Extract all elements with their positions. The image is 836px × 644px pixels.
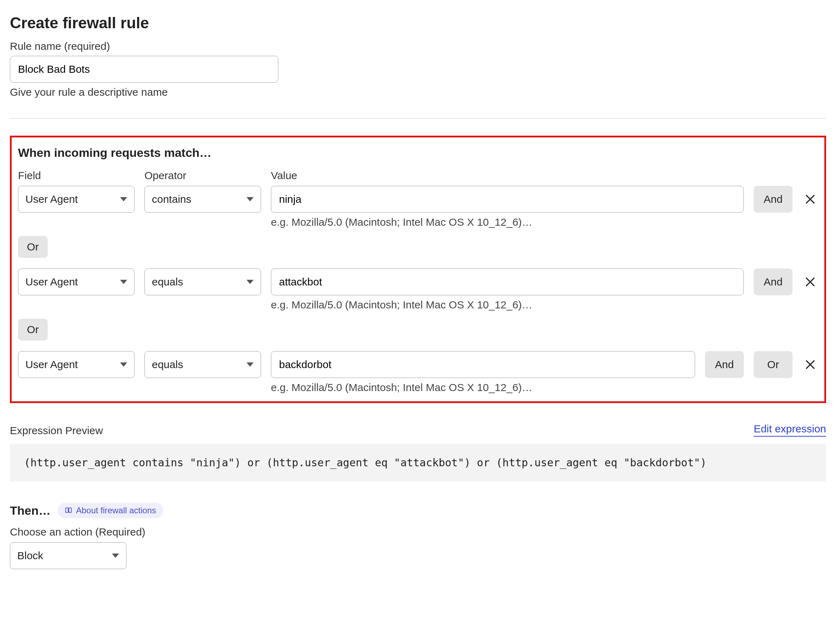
operator-select[interactable]: equals [144,268,261,295]
rule-name-label: Rule name (required) [10,40,826,52]
chevron-down-icon [247,197,253,201]
field-select[interactable]: User Agent [18,268,135,295]
or-button[interactable]: Or [18,236,48,258]
field-select[interactable]: User Agent [18,186,135,212]
operator-select[interactable]: contains [144,186,261,212]
action-select-value: Block [17,550,43,562]
rule-name-input[interactable] [10,56,278,83]
close-icon [805,276,816,288]
or-button-trailing[interactable]: Or [754,351,793,378]
close-icon [805,194,816,205]
svg-rect-1 [69,508,71,513]
value-input[interactable] [271,268,744,295]
field-select[interactable]: User Agent [18,351,135,378]
svg-rect-0 [66,508,68,513]
field-select-value: User Agent [25,193,78,205]
remove-row-button[interactable] [802,357,818,372]
value-example-hint: e.g. Mozilla/5.0 (Macintosh; Intel Mac O… [18,216,818,228]
match-title: When incoming requests match… [18,146,818,160]
match-column-headers: Field Operator Value [18,170,818,181]
operator-select-value: contains [152,193,191,205]
value-example-hint: e.g. Mozilla/5.0 (Macintosh; Intel Mac O… [18,299,818,311]
chevron-down-icon [120,280,127,284]
operator-select[interactable]: equals [144,351,261,378]
expression-preview-label: Expression Preview [10,425,103,436]
page-title: Create firewall rule [10,14,826,32]
value-example-hint: e.g. Mozilla/5.0 (Macintosh; Intel Mac O… [18,381,818,394]
remove-row-button[interactable] [802,274,818,290]
operator-select-value: equals [152,276,183,288]
book-icon [65,507,72,514]
or-button[interactable]: Or [18,319,48,340]
rule-name-helper: Give your rule a descriptive name [10,86,826,98]
operator-select-value: equals [152,358,183,371]
section-divider [10,118,826,119]
expression-preview-box: (http.user_agent contains "ninja") or (h… [10,444,826,482]
and-button[interactable]: And [754,186,793,212]
chevron-down-icon [120,363,127,367]
field-select-value: User Agent [25,276,78,288]
match-row: User Agent equals And Or [18,351,818,378]
chevron-down-icon [247,363,253,367]
match-row: User Agent equals And [18,268,818,295]
match-conditions-block: When incoming requests match… Field Oper… [10,136,826,403]
edit-expression-link[interactable]: Edit expression [754,423,826,436]
header-operator: Operator [144,170,261,181]
about-firewall-actions-link[interactable]: About firewall actions [57,503,163,518]
header-field: Field [18,170,135,181]
chevron-down-icon [247,280,253,284]
match-row: User Agent contains And [18,186,818,212]
header-value: Value [271,170,818,181]
and-button[interactable]: And [705,351,744,378]
value-input[interactable] [271,186,744,212]
and-button[interactable]: And [754,268,793,295]
about-firewall-actions-label: About firewall actions [76,505,156,515]
value-input[interactable] [271,351,695,378]
chevron-down-icon [120,197,127,201]
chevron-down-icon [112,554,119,558]
action-select[interactable]: Block [10,542,126,569]
field-select-value: User Agent [25,358,78,371]
then-title: Then… [10,504,51,518]
remove-row-button[interactable] [802,191,818,207]
action-label: Choose an action (Required) [10,526,826,538]
close-icon [805,359,816,370]
